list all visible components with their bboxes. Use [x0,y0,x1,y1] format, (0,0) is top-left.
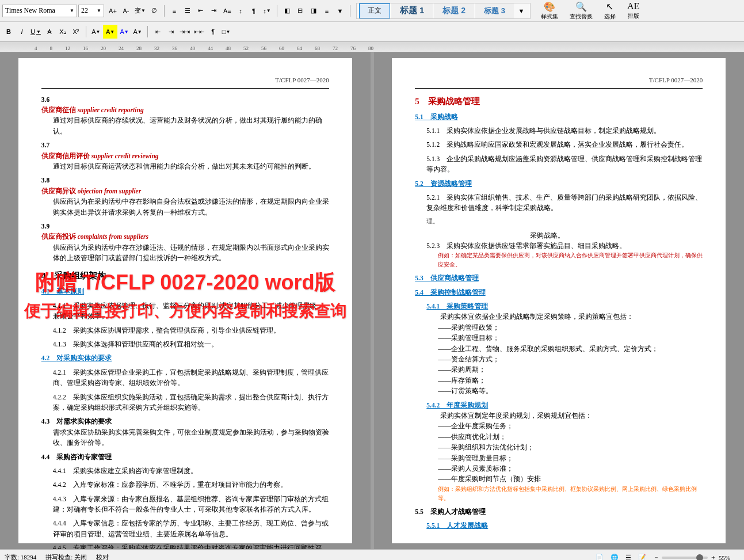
left-doc-page[interactable]: T/CFLP 0027—2020 附赠 T/CFLP 0027-2020 wor… [18,58,352,543]
para2-group: ⇤ ⇥ ⇥⇥ ⇤⇤ ¶ □▼ [151,25,232,39]
sort-btn[interactable]: ↕ [234,4,247,18]
align-dropdown-btn[interactable]: ▼ [334,4,346,18]
highlight-btn[interactable]: A▼ [103,25,117,39]
section-5-title: 5 采购战略管理 [415,94,703,108]
section-5-3-title: 5.3 供应商战略管理 [415,273,703,283]
section-3-9-terms: 供应商投诉 complaints from suppliers [41,231,329,242]
right-doc-page[interactable]: T/CFLP 0027—2020 5 采购战略管理 5.1 采购战略 5.1.1… [392,58,726,543]
underline-btn[interactable]: U▼ [29,25,43,39]
decrease-indent-btn[interactable]: ⇤ [194,4,207,18]
numbering-btn[interactable]: ☰ [181,4,194,18]
section-4-4-title: 4.4 采购咨询专家管理 [41,452,329,462]
line-spacing-btn[interactable]: ↕▼ [261,4,273,18]
text-bg-btn[interactable]: A▼ [131,25,144,39]
superscript-btn[interactable]: X² [70,25,82,39]
zoom-in-btn[interactable]: ＋ [710,553,716,560]
paragraph-group: ≡ ☰ ⇤ ⇥ A≡ ↕ ¶ ↕▼ [168,4,273,18]
section-5-4-1-item2: ——采购管理目标； [415,333,703,343]
section-4: 4 采购组织架构 [41,269,329,283]
view-outline-icon[interactable]: ☰ [625,554,631,560]
change-case-btn[interactable]: 变▼ [133,4,147,18]
indent3-btn[interactable]: ⇥ [165,25,177,39]
text-effect-btn[interactable]: A▼ [90,25,102,39]
clear-format-btn[interactable]: ∅ [148,4,161,18]
font-size-dropdown[interactable]: 22 ▼ [78,5,104,17]
section-5-4-1-item3: ——企业工程、货物、服务采取的采购组织形式、采购方式、定价方式； [415,344,703,354]
zoom-handle [696,554,703,561]
font-name-dropdown[interactable]: Times New Roma ▼ [2,5,77,17]
indent2-btn[interactable]: ⇤ [151,25,164,39]
section-4-2-2-body: 4.2.2 采购实体应组织实施采购活动，宜包括确定采购需求，提出整合供应商计划、… [41,392,329,413]
section-5-2-2-body: 理。 [415,217,703,227]
term-3-6-cn: 供应商征信 [41,106,76,113]
format-group: B I U▼ A X₂ X² [2,25,82,39]
section-5-1-3: 5.1.3 企业的采购战略规划应涵盖采购资源战略管理、供应商战略管理和采购控制战… [415,154,703,175]
subscript-btn[interactable]: X₂ [56,25,69,39]
font-grow-btn[interactable]: A+ [106,4,119,18]
styles-dropdown-btn[interactable]: ▼ [515,4,528,18]
status-right: 📄 🌐 ☰ 📝 － ＋ 55% [596,553,739,560]
para-mark-btn[interactable]: ¶ [207,25,219,39]
left-doc-panel: T/CFLP 0027—2020 附赠 T/CFLP 0027-2020 wor… [0,52,371,549]
font-size-value: 22 [81,6,88,15]
font-shrink-btn[interactable]: A- [120,4,132,18]
view-web-icon[interactable]: 🌐 [611,554,619,560]
section-5-2-1-body: 5.2.1 采购实体宜组织销售、技术、生产、质量等跨部门的采购战略研究团队，依据… [415,192,703,214]
section-5-4-2-item4: ——采购管理质量目标； [415,453,703,463]
section-5-2-3: 采购战略。 5.2.3 采购实体应依据供应链需求部署实施品目、细目采购战略。 例… [415,230,703,270]
section-3-8-num: 3.8 [41,175,329,185]
proofreading[interactable]: 校对 [96,553,109,560]
style-title1-btn[interactable]: 标题 1 [391,3,433,18]
section-5-4-2-item6: ——年度采购时间节点（预）安排 [415,474,703,484]
section-5-5-1: 5.5.1 人才发展战略 [415,520,703,531]
styles-set-btn[interactable]: 🎨 样式集 [537,0,562,22]
select-btn[interactable]: ↖ 选择 [601,0,619,22]
section-5-4-1-item5: ——采购周期； [415,364,703,375]
style-format-group: A▼ A▼ A▼ A▼ [90,25,144,39]
section-5-4-2-item3: ——采购组织和方法优化计划； [415,442,703,452]
align-right-btn[interactable]: ◨ [307,4,320,18]
section-5-3: 5.3 供应商战略管理 [415,273,703,283]
section-4-4-5-body: 4.4.5 专家工作评价：采购实体应在采购结果评价中对咨询专家的评审能力进行回顾… [41,543,329,549]
outline-btn[interactable]: A≡ [221,4,234,18]
style-title3-btn[interactable]: 标题 3 [475,3,514,18]
section-4-4-5: 4.4.5 专家工作评价：采购实体应在采购结果评价中对咨询专家的评审能力进行回顾… [41,543,329,549]
indent4-btn[interactable]: ⇥⇥ [178,25,192,39]
font-size-arrow: ▼ [97,8,101,13]
bold-btn[interactable]: B [2,25,15,39]
section-3-7: 3.7 供应商信用评价 supplier credit reviewing 通过… [41,140,329,172]
zoom-out-btn[interactable]: － [653,553,659,560]
font-selector: Times New Roma ▼ 22 ▼ [2,5,104,17]
align-center-btn[interactable]: ⊟ [294,4,307,18]
section-5-4-1-item6: ——库存策略； [415,375,703,386]
section-4-4-1: 4.4.1 采购实体应建立采购咨询专家管理制度。 [41,466,329,476]
section-4-4-3: 4.4.3 入库专家来源：由专家自愿报名、基层组织推荐、咨询专家库管理部门审核的… [41,494,329,515]
section-3-8: 3.8 供应商异议 objection from supplier 供应商认为在… [41,175,329,218]
view-print-icon[interactable]: 📄 [596,554,604,560]
section-3-8-body: 供应商认为在采购活动中存在影响自身合法权益或涉嫌违法的情形，在规定期限内向企业采… [41,196,329,218]
section-3-9-body: 供应商认为采购活动中存在涉嫌违法、违规的情形，在规定期限内以书面形式向企业采购实… [41,242,329,264]
section-5-2-3-body: 5.2.3 采购实体应依据供应链需求部署实施品目、细目采购战略。 [415,241,703,251]
justify-btn[interactable]: ≡ [321,4,333,18]
style-normal-btn[interactable]: 正文 [359,3,390,18]
align-left-btn[interactable]: ◧ [281,4,293,18]
zoom-level[interactable]: 55% [719,554,739,561]
increase-indent-btn[interactable]: ⇥ [208,4,220,18]
indent5-btn[interactable]: ⇤⇤ [192,25,206,39]
view-draft-icon[interactable]: 📝 [638,554,646,560]
strikethrough-btn[interactable]: A [43,25,56,39]
find-replace-btn[interactable]: 🔍 查找替换 [566,0,596,22]
section-5-4-2-example: 例如：采购组织和方法优化指标包括集中采购比例、框架协议采购比例、网上采购比例、绿… [415,485,703,503]
sort-layout-btn[interactable]: AE 排版 [624,0,643,21]
zoom-slider[interactable] [662,557,708,559]
section-5-5-title: 5.5 采购人才战略管理 [415,506,703,517]
show-marks-btn[interactable]: ¶ [247,4,260,18]
style-title2-btn[interactable]: 标题 2 [434,3,474,18]
border-btn[interactable]: □▼ [220,25,232,39]
select-icon: ↖ [606,1,613,12]
italic-btn[interactable]: I [16,25,28,39]
bullets-btn[interactable]: ≡ [168,4,181,18]
word-count: 字数: 18294 [5,553,36,560]
left-doc-header: T/CFLP 0027—2020 [41,75,329,89]
font-color-btn[interactable]: A▼ [118,25,131,39]
